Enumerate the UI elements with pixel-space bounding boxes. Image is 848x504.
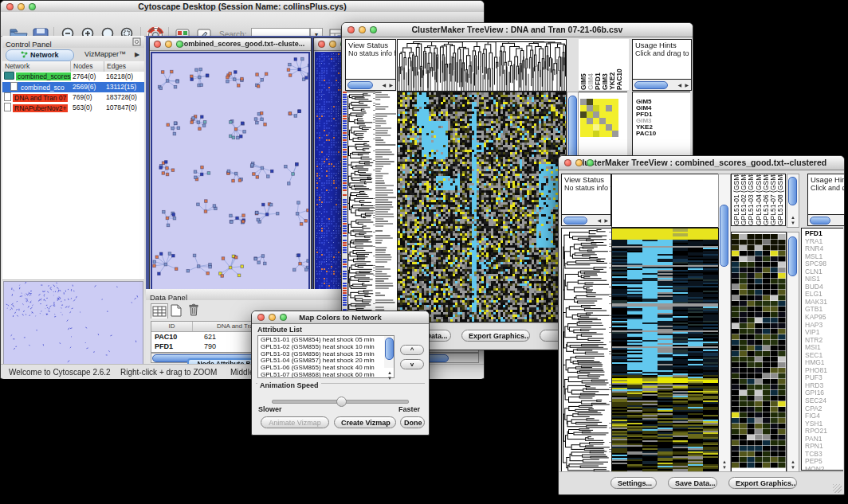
done-button[interactable]: Done bbox=[400, 416, 425, 428]
matrix-cell[interactable] bbox=[593, 99, 599, 105]
matrix-cell[interactable] bbox=[580, 131, 587, 137]
matrix-cell[interactable] bbox=[606, 118, 612, 124]
new-document-icon[interactable] bbox=[168, 303, 184, 318]
tv2-save-data-button[interactable]: Save Data... bbox=[668, 477, 717, 489]
matrix-cell[interactable] bbox=[606, 111, 612, 118]
gene-label[interactable]: MON2 bbox=[805, 466, 843, 471]
matrix-cell[interactable] bbox=[599, 131, 606, 137]
matrix-cell[interactable] bbox=[593, 118, 599, 124]
tv1-column-dendrogram[interactable] bbox=[397, 39, 567, 92]
tv2-heatmap-canvas[interactable] bbox=[611, 228, 719, 472]
matrix-cell[interactable] bbox=[593, 131, 599, 137]
network-list-row[interactable]: DNA and Tran 07 769(0) 183728(0) bbox=[2, 92, 144, 103]
tv1-view-status-scrollbar[interactable]: ◀ ▶ bbox=[345, 79, 396, 91]
zoom-button[interactable] bbox=[370, 26, 377, 33]
matrix-cell[interactable] bbox=[606, 124, 612, 131]
tv2-zoom-heatmap-canvas[interactable] bbox=[731, 232, 787, 472]
slider-thumb[interactable] bbox=[336, 397, 347, 407]
tv2-column-label[interactable]: GPL51-03 (GSM856) bbox=[748, 174, 755, 225]
minimize-button[interactable] bbox=[359, 26, 366, 33]
tv1-heatmap-canvas[interactable] bbox=[397, 92, 567, 322]
matrix-cell[interactable] bbox=[612, 99, 618, 105]
attribute-listbox[interactable]: GPL51-01 (GSM854) heat shock 05 minGPL51… bbox=[257, 335, 395, 378]
minimize-button[interactable] bbox=[165, 41, 172, 48]
matrix-cell[interactable] bbox=[593, 124, 599, 131]
col-edges[interactable]: Edges bbox=[104, 61, 144, 72]
treeview2-titlebar[interactable]: ClusterMaker TreeView : combined_scores_… bbox=[559, 156, 844, 170]
window-resize-grip[interactable] bbox=[833, 484, 842, 493]
zoom-button[interactable] bbox=[280, 314, 287, 321]
move-down-button[interactable]: v bbox=[400, 359, 424, 369]
scroll-up-icon[interactable]: ▲ bbox=[791, 215, 795, 220]
tv1-row-leaf-stripes[interactable] bbox=[375, 92, 397, 321]
table-view-icon[interactable] bbox=[151, 303, 168, 318]
matrix-cell[interactable] bbox=[612, 105, 618, 111]
tv2-column-label[interactable]: GPL51-06 (GSM865) bbox=[763, 174, 770, 225]
tv1-row-dendrogram[interactable] bbox=[347, 92, 375, 322]
matrix-cell[interactable] bbox=[599, 118, 606, 124]
col-nodes[interactable]: Nodes bbox=[71, 61, 104, 72]
move-up-button[interactable]: ^ bbox=[400, 345, 424, 355]
tv2-column-label[interactable]: GPL51-02 (GSM855) bbox=[740, 174, 748, 225]
scroll-left-icon[interactable]: ◀ bbox=[382, 83, 386, 88]
tv2-column-label[interactable]: GPL51-08 (GSM872) bbox=[777, 174, 784, 225]
tv1-column-label[interactable]: PAC10 bbox=[616, 39, 623, 90]
main-window-titlebar[interactable]: Cytoscape Desktop (Session Name: collins… bbox=[1, 1, 484, 13]
tv2-view-status-scrollbar[interactable]: ◀ ▶ bbox=[561, 214, 611, 226]
tv2-usage-hints-scrollbar[interactable] bbox=[807, 214, 845, 226]
network-view-canvas[interactable] bbox=[151, 52, 310, 294]
close-button[interactable] bbox=[154, 41, 161, 48]
network-list-row[interactable]: combined_scores 2764(0) 16218(0) bbox=[2, 72, 144, 82]
zoom-button[interactable] bbox=[176, 41, 183, 48]
tv2-column-label[interactable]: GPL51-04 (GSM857) bbox=[756, 174, 763, 225]
matrix-cell[interactable] bbox=[612, 118, 618, 124]
matrix-cell[interactable] bbox=[612, 111, 618, 118]
matrix-cell[interactable] bbox=[599, 111, 606, 118]
close-button[interactable] bbox=[564, 159, 571, 166]
matrix-cell[interactable] bbox=[587, 124, 593, 131]
matrix-cell[interactable] bbox=[580, 124, 587, 131]
scroll-left-icon[interactable]: ◀ bbox=[677, 83, 681, 88]
close-button[interactable] bbox=[318, 41, 325, 48]
scroll-left-icon[interactable]: ◀ bbox=[597, 218, 601, 223]
treeview1-titlebar[interactable]: ClusterMaker TreeView : DNA and Tran 07-… bbox=[342, 23, 693, 37]
network-list-row[interactable]: RNAPuberNov2+ 563(0) 107847(0) bbox=[2, 103, 144, 113]
matrix-cell[interactable] bbox=[599, 105, 606, 111]
matrix-cell[interactable] bbox=[587, 105, 593, 111]
tv1-usage-hints-scrollbar[interactable]: ◀ ▶ bbox=[632, 79, 692, 91]
tabs-more-button[interactable]: ▶ bbox=[135, 49, 139, 60]
tv2-export-graphics-button[interactable]: Export Graphics... bbox=[728, 477, 797, 489]
tv1-column-label[interactable]: GIM3 bbox=[602, 39, 609, 90]
scroll-right-icon[interactable]: ▶ bbox=[389, 83, 393, 88]
minimize-button[interactable] bbox=[329, 41, 336, 48]
matrix-cell[interactable] bbox=[587, 118, 593, 124]
tv1-row-label[interactable]: PAC10 bbox=[636, 131, 690, 137]
matrix-cell[interactable] bbox=[580, 99, 587, 105]
tv2-zoom-vscrollbar[interactable]: ▲ ▼ bbox=[787, 232, 799, 472]
matrix-cell[interactable] bbox=[580, 105, 587, 111]
animation-speed-slider[interactable] bbox=[272, 400, 409, 404]
map-dialog-titlebar[interactable]: Map Colors to Network bbox=[252, 311, 429, 324]
matrix-cell[interactable] bbox=[587, 99, 593, 105]
network-window-1-titlebar[interactable]: combined_scores_good.txt--cluste... bbox=[150, 38, 311, 51]
attribute-list-item[interactable]: GPL51-07 (GSM868) heat shock 60 min bbox=[261, 372, 394, 378]
scroll-down-icon[interactable]: ▼ bbox=[722, 465, 727, 470]
matrix-cell[interactable] bbox=[580, 118, 587, 124]
animate-vizmap-button[interactable]: Animate Vizmap bbox=[261, 416, 329, 428]
tv1-column-label[interactable]: YKE2 bbox=[609, 39, 616, 90]
tv1-column-label[interactable]: GIM5 bbox=[580, 39, 587, 90]
scroll-down-icon[interactable]: ▼ bbox=[791, 221, 795, 225]
tv1-column-label[interactable]: GIM4 bbox=[587, 39, 595, 90]
matrix-cell[interactable] bbox=[593, 111, 599, 118]
matrix-cell[interactable] bbox=[612, 124, 618, 131]
matrix-cell[interactable] bbox=[599, 99, 606, 105]
col-network[interactable]: Network bbox=[2, 61, 71, 72]
close-button[interactable] bbox=[6, 3, 14, 10]
tv2-row-dendrogram[interactable] bbox=[561, 228, 612, 472]
matrix-cell[interactable] bbox=[606, 99, 612, 105]
matrix-cell[interactable] bbox=[580, 111, 587, 118]
minimize-button[interactable] bbox=[269, 314, 276, 321]
scroll-down-icon[interactable]: ▼ bbox=[387, 376, 392, 381]
close-button[interactable] bbox=[347, 26, 355, 33]
tv2-column-tree-panel[interactable] bbox=[611, 174, 719, 228]
